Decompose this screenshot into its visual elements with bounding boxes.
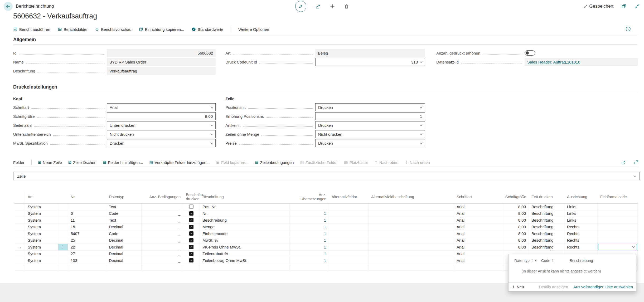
cell-beschriftung[interactable]: Beschreibung [200, 217, 289, 223]
cell-anz_bedingungen[interactable]: _ [142, 224, 183, 230]
cell-anz_bedingungen[interactable]: _ [142, 230, 183, 237]
cell-anz_uebersetzungen[interactable]: _ [289, 203, 329, 210]
cell-schriftgroesse[interactable]: 8,00 [504, 217, 529, 223]
cell-alternativfeldnr[interactable] [329, 217, 369, 223]
cell-anz_uebersetzungen[interactable]: 1 [289, 210, 329, 217]
column-header-alternativfeldnr[interactable]: Alternativfeldnr. [329, 190, 369, 203]
column-header-art[interactable]: Art [25, 190, 58, 203]
cell-nr[interactable]: 25 [68, 237, 106, 244]
cell-nr[interactable]: 103 [68, 257, 106, 264]
cell-art[interactable]: System [25, 210, 58, 217]
field-control-preise[interactable]: Drucken [315, 139, 425, 147]
cell-alternativfeldbeschriftung[interactable] [369, 210, 454, 217]
standardwerte-button[interactable]: Standardwerte [192, 27, 224, 32]
cell-alternativfeldnr[interactable] [329, 244, 369, 250]
cell-fett_drucken[interactable]: Beschriftung [529, 237, 564, 244]
field-control-seitenzahl[interactable]: Unten drucken [107, 121, 216, 129]
column-header-schriftgroesse[interactable]: Schriftgröße [504, 190, 529, 203]
lookup-full-list-button[interactable]: Aus vollständiger Liste auswählen [573, 285, 633, 289]
cell-schriftgroesse[interactable]: 8,00 [504, 237, 529, 244]
checkbox-beschriftung-drucken[interactable]: ✓ [189, 231, 193, 236]
berichtsbilder-button[interactable]: Berichtsbilder [58, 27, 88, 32]
breadcrumb[interactable]: Berichtseinrichtung [16, 0, 54, 13]
cell-alternativfeldnr[interactable] [329, 264, 369, 271]
cell-alternativfeldnr[interactable] [329, 210, 369, 217]
neue-zeile-button[interactable]: ⊞Neue Zeile [38, 160, 62, 165]
checkbox-beschriftung-drucken[interactable]: ✓ [189, 252, 193, 256]
field-filter-select[interactable]: Zeile [13, 172, 640, 180]
cell-nr[interactable]: 27 [68, 251, 106, 257]
cell-anz_uebersetzungen[interactable]: 1 [289, 257, 329, 264]
cell-anz_uebersetzungen[interactable]: 1 [289, 244, 329, 250]
cell-feldformatcode[interactable] [598, 237, 638, 244]
cell-anz_bedingungen[interactable]: _ [142, 203, 183, 210]
cell-nr[interactable]: 22 [68, 244, 106, 250]
field-control-druck-codeunit-id[interactable]: 313 [315, 58, 425, 66]
cell-fett_drucken[interactable]: Beschriftung [529, 217, 564, 223]
cell-alternativfeldnr[interactable] [329, 237, 369, 244]
cell-anz_bedingungen[interactable]: _ [142, 217, 183, 223]
cell-schriftgroesse[interactable]: 8,00 [504, 230, 529, 237]
cell-beschriftung_drucken[interactable] [183, 203, 200, 210]
cell-anz_bedingungen[interactable]: _ [142, 257, 183, 264]
cell-art[interactable]: System [25, 251, 58, 257]
cell-beschriftung[interactable]: VK-Preis Ohne MwSt. [200, 244, 289, 250]
open-in-window-icon[interactable] [621, 4, 627, 9]
cell-alternativfeldnr[interactable] [329, 257, 369, 264]
cell-beschriftung[interactable]: Menge [200, 224, 289, 230]
cell-beschriftung_drucken[interactable]: ✓ [183, 257, 200, 264]
field-control-positionsnr[interactable]: Drucken [315, 103, 425, 111]
cell-schriftart[interactable] [454, 264, 504, 271]
cell-nr[interactable] [68, 264, 106, 271]
cell-anz_uebersetzungen[interactable] [289, 264, 329, 271]
checkbox-beschriftung-drucken[interactable]: ✓ [189, 225, 193, 229]
column-header-anz_bedingungen[interactable]: Anz. Bedingungen [142, 190, 183, 203]
cell-nr[interactable]: 6 [68, 210, 106, 217]
cell-schriftgroesse[interactable]: 8,00 [504, 224, 529, 230]
cell-art[interactable]: System [25, 203, 58, 210]
cell-nr[interactable] [68, 203, 106, 210]
share-icon[interactable] [621, 160, 626, 165]
cell-anz_uebersetzungen[interactable]: 1 [289, 230, 329, 237]
cell-schriftart[interactable]: Arial [454, 224, 504, 230]
back-button[interactable] [4, 2, 13, 11]
cell-fett_drucken[interactable]: Beschriftung [529, 230, 564, 237]
cell-feldformatcode[interactable] [598, 244, 638, 250]
cell-datentyp[interactable]: Decimal [106, 257, 142, 264]
cell-art[interactable]: System [25, 230, 58, 237]
cell-fett_drucken[interactable]: Beschriftung [529, 224, 564, 230]
row-menu-button[interactable]: ⋮ [58, 244, 68, 250]
lookup-column-beschreibung[interactable]: Beschreibung [570, 259, 593, 263]
column-header-schriftart[interactable]: Schriftart [454, 190, 504, 203]
cell-nr[interactable]: 11 [68, 217, 106, 223]
lookup-column-datentyp[interactable]: Datentyp↑ [514, 259, 537, 263]
cell-schriftart[interactable]: Arial [454, 257, 504, 264]
cell-feldformatcode[interactable] [598, 210, 638, 217]
cell-ausrichtung[interactable]: Rechts [564, 224, 598, 230]
weitere-optionen-button[interactable]: Weitere Optionen [238, 27, 269, 32]
feld-kopieren-button[interactable]: ▣Feld kopieren... [216, 160, 249, 165]
cell-beschriftung[interactable]: Einheitencode [200, 230, 289, 237]
cell-datentyp[interactable]: Decimal [106, 224, 142, 230]
cell-alternativfeldbeschriftung[interactable] [369, 224, 454, 230]
cell-art[interactable]: System [25, 237, 58, 244]
cell-beschriftung_drucken[interactable]: ✓ [183, 224, 200, 230]
checkbox-beschriftung-drucken[interactable]: ✓ [189, 258, 193, 262]
cell-art[interactable]: System [25, 224, 58, 230]
cell-anz_bedingungen[interactable]: _ [142, 251, 183, 257]
field-control-schriftgroesse[interactable]: 8,00 [107, 112, 216, 120]
field-control-artikelnr[interactable]: Drucken [315, 121, 425, 129]
cell-schriftart[interactable]: Arial [454, 210, 504, 217]
cell-fett_drucken[interactable]: Beschriftung [529, 210, 564, 217]
checkbox-beschriftung-drucken[interactable] [189, 204, 193, 209]
column-header-datentyp[interactable]: Datentyp [106, 190, 142, 203]
cell-anz_bedingungen[interactable]: _ [142, 210, 183, 217]
cell-anz_uebersetzungen[interactable]: 1 [289, 251, 329, 257]
cell-beschriftung_drucken[interactable]: ✓ [183, 244, 200, 250]
share-icon[interactable] [315, 4, 321, 9]
cell-art[interactable]: System [25, 257, 58, 264]
cell-alternativfeldnr[interactable] [329, 251, 369, 257]
cell-schriftart[interactable]: Arial [454, 237, 504, 244]
cell-alternativfeldbeschriftung[interactable] [369, 264, 454, 271]
cell-alternativfeldnr[interactable] [329, 230, 369, 237]
